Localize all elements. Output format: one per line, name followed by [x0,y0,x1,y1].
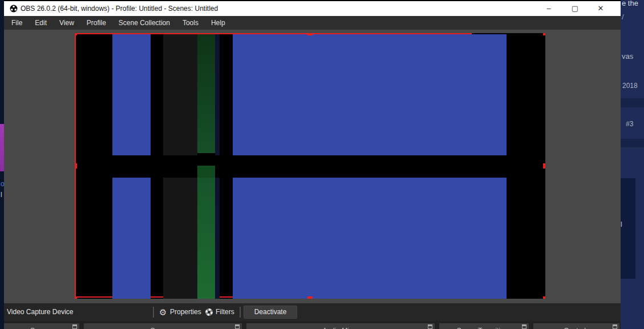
deactivate-button[interactable]: Deactivate [244,306,297,319]
preview-canvas[interactable] [75,33,545,299]
obs-logo-icon [10,5,18,13]
menu-view[interactable]: View [53,16,80,30]
obs-window: OBS 26.0.2 (64-bit, windows) - Profile: … [4,0,621,329]
background-text-fragment: vas [622,52,633,61]
selection-handle[interactable] [75,33,77,35]
background-window-right: e the / vas 2018 #3 l [621,0,644,329]
background-band [621,139,644,147]
dock-float-icon[interactable] [428,324,432,329]
background-purple-accent [0,124,4,171]
dock-label: Controls [533,323,619,329]
dock-label: Scene Transitions [439,323,529,329]
dock-sources[interactable]: Sources [84,323,242,329]
selection-handle[interactable] [75,163,77,168]
minimize-button[interactable]: – [539,1,558,16]
menu-help[interactable]: Help [205,16,232,30]
toolbar-divider [153,307,154,318]
selection-handle[interactable] [543,33,545,35]
properties-gear-icon[interactable]: ⚙ [159,303,167,321]
filters-button[interactable]: Filters [216,303,234,321]
background-card [621,178,635,279]
desktop-screen: o l OBS 26.0.2 (64-bit, windows) - Profi… [0,0,644,329]
dock-scenes[interactable]: Scenes [4,323,79,329]
selection-handle[interactable] [543,296,545,299]
menu-scene-collection[interactable]: Scene Collection [112,16,176,30]
selection-handle[interactable] [307,296,313,299]
background-text-fragment: / [622,13,624,21]
background-text-fragment: e the [622,0,638,7]
dock-controls[interactable]: Controls [533,323,619,329]
window-title: OBS 26.0.2 (64-bit, windows) - Profile: … [21,1,218,16]
source-toolbar: Video Capture Device ⚙ Properties Filter… [4,303,621,321]
dock-float-icon[interactable] [522,324,526,329]
menu-file[interactable]: File [5,16,29,30]
dock-label: Audio Mixer [246,323,435,329]
scene-horizontal-black-band [111,155,508,178]
filters-icon[interactable] [205,308,213,316]
dock-bar: Scenes Sources Audio Mixer Scene Transit… [4,321,621,329]
selection-handle[interactable] [75,296,77,299]
selected-source-name: Video Capture Device [7,303,74,321]
background-text-fragment: l [1,191,2,199]
close-button[interactable]: ✕ [591,1,610,16]
dock-label: Sources [84,323,242,329]
selection-handle[interactable] [543,163,545,168]
properties-button[interactable]: Properties [170,303,201,321]
background-window-left: o l [0,0,4,329]
dock-audio-mixer[interactable]: Audio Mixer [246,323,435,329]
background-text-fragment: 2018 [622,82,638,90]
menu-bar: File Edit View Profile Scene Collection … [4,16,621,30]
background-band [621,98,644,107]
toolbar-divider [240,307,241,318]
title-bar[interactable]: OBS 26.0.2 (64-bit, windows) - Profile: … [4,1,621,16]
dock-label: Scenes [4,323,79,329]
scene-green-gap [197,153,215,156]
dock-float-icon[interactable] [235,324,240,329]
scene-green-band-segment [197,166,215,178]
menu-profile[interactable]: Profile [80,16,112,30]
maximize-button[interactable]: ▢ [565,1,585,16]
dock-scene-transitions[interactable]: Scene Transitions [439,323,529,329]
preview-area[interactable] [4,30,621,303]
menu-tools[interactable]: Tools [176,16,205,30]
dock-float-icon[interactable] [613,324,617,329]
menu-edit[interactable]: Edit [29,16,53,30]
background-text-fragment: #3 [626,120,633,128]
dock-float-icon[interactable] [72,324,77,329]
background-text-fragment: l [621,220,622,228]
selection-handle[interactable] [307,33,313,35]
